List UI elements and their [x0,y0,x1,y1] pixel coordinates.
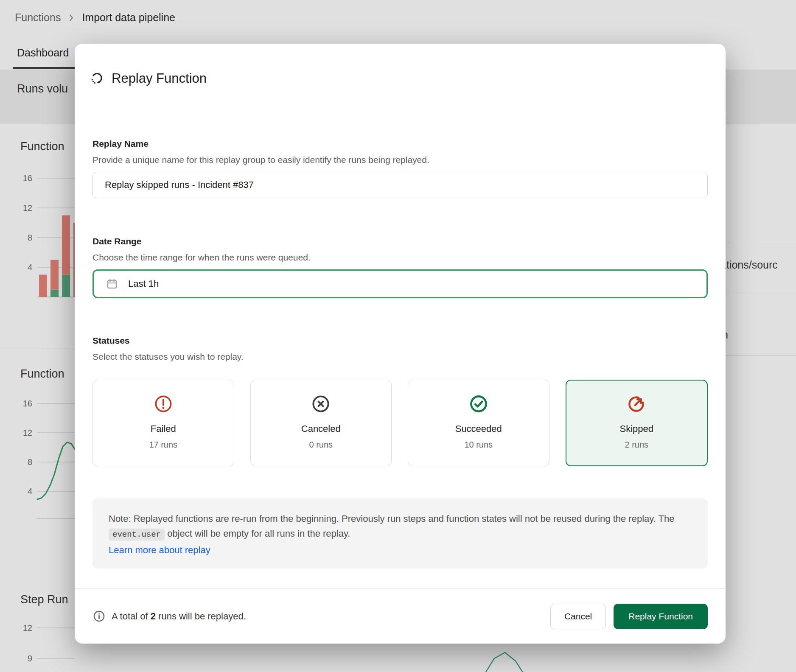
status-card-skipped[interactable]: Skipped 2 runs [566,380,708,466]
note-text: object will be empty for all runs in the… [165,528,350,539]
alert-circle-icon [154,394,173,414]
replay-function-dialog: Replay Function Replay Name Provide a un… [75,44,726,644]
cancel-button[interactable]: Cancel [550,604,606,629]
code-chip: event.user [109,529,165,540]
status-card-name: Skipped [619,423,653,434]
replay-name-description: Provide a unique name for this replay gr… [92,154,708,166]
status-card-succeeded[interactable]: Succeeded 10 runs [408,380,549,466]
screen: Functions Import data pipeline Dashboard… [0,0,796,672]
calendar-icon [105,277,119,291]
replay-summary: A total of 2 runs will be replayed. [92,610,246,623]
statuses-label: Statuses [92,335,708,347]
statuses-description: Select the statuses you wish to replay. [92,351,708,363]
summary-count: 2 [151,611,156,622]
info-icon [92,610,106,623]
replay-name-label: Replay Name [92,138,708,150]
status-card-count: 17 runs [149,440,177,450]
date-range-select[interactable]: Last 1h [92,269,708,298]
dialog-header: Replay Function [75,44,726,113]
replay-note: Note: Replayed functions are re-run from… [92,498,708,568]
replay-function-button[interactable]: Replay Function [614,604,708,629]
arrow-out-circle-icon [627,394,646,414]
date-range-description: Choose the time range for when the runs … [92,252,708,263]
note-text: Note: Replayed functions are re-run from… [109,513,674,524]
status-card-failed[interactable]: Failed 17 runs [92,380,234,466]
replay-icon [89,71,104,86]
status-card-count: 0 runs [309,440,333,450]
status-card-count: 2 runs [625,440,648,450]
status-card-name: Failed [151,423,176,434]
status-cards: Failed 17 runs Canceled 0 runs [92,380,708,466]
date-range-value: Last 1h [128,278,159,289]
footer-actions: Cancel Replay Function [550,604,708,629]
summary-text: A total of 2 runs will be replayed. [112,611,246,622]
learn-more-link[interactable]: Learn more about replay [109,545,210,556]
date-range-label: Date Range [92,235,708,247]
check-circle-icon [469,394,488,414]
status-card-canceled[interactable]: Canceled 0 runs [250,380,392,466]
dialog-title: Replay Function [112,71,207,86]
status-card-name: Canceled [301,423,341,434]
dialog-body: Replay Name Provide a unique name for th… [75,138,726,568]
status-card-count: 10 runs [464,440,493,450]
x-circle-icon [311,394,331,414]
status-card-name: Succeeded [455,423,502,434]
replay-name-input[interactable] [92,172,708,198]
dialog-footer: A total of 2 runs will be replayed. Canc… [75,588,726,644]
